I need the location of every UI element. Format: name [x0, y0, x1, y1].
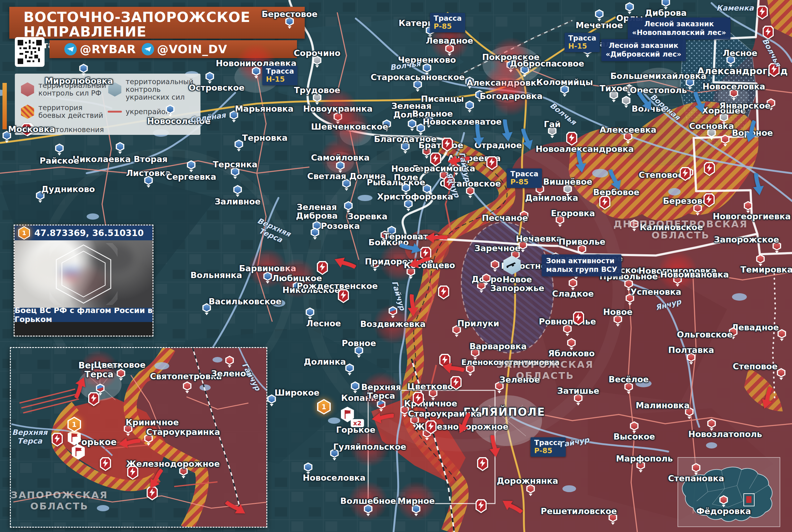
town-marker — [776, 368, 786, 380]
town-label: Николаевка Вторая — [72, 155, 167, 164]
town-label: Писанцы — [421, 95, 464, 103]
town-marker — [251, 66, 261, 79]
clash-icon — [679, 167, 692, 181]
telegram-channel-voindv[interactable]: @VOIN_DV — [142, 43, 227, 56]
town-label: Гай — [544, 120, 561, 129]
town-marker — [351, 381, 360, 394]
town-label: Зоревка — [347, 212, 387, 221]
clash-icon — [566, 131, 578, 146]
qr-code — [15, 37, 44, 67]
town-marker — [233, 185, 242, 197]
clash-icon — [756, 5, 769, 19]
town-label: Сорочино — [294, 49, 341, 58]
photo-coordinates: 47.873369, 36.510310 — [34, 228, 144, 238]
town-marker — [412, 504, 421, 516]
town-marker — [720, 135, 730, 147]
town-marker — [205, 72, 214, 84]
clash-icon — [412, 392, 425, 406]
town-marker — [465, 100, 474, 113]
clash-icon — [703, 193, 715, 207]
town-label: Московка — [8, 125, 55, 134]
town-label: Верхняя Терса — [361, 383, 401, 400]
road-badge-н-15: ТрассаН-15 — [262, 66, 298, 86]
town-label: Дорожнянка — [497, 477, 559, 485]
x2-badge: x2 — [351, 419, 364, 427]
town-label: Ровнополье — [539, 317, 596, 326]
numbered-hex-badge: 1 — [317, 399, 331, 415]
clash-icon — [572, 311, 585, 325]
town-marker — [79, 64, 88, 76]
town-label: Январское — [719, 101, 770, 110]
town-label: Песчаное — [482, 214, 528, 222]
town-label: Мечетное — [576, 21, 623, 30]
clash-icon — [429, 152, 442, 166]
town-label: Дудниково — [41, 185, 95, 194]
town-marker — [595, 9, 604, 22]
town-label: Доброспасовое — [510, 59, 584, 68]
town-marker — [166, 104, 175, 117]
town-label: Егоровка — [551, 209, 595, 218]
clash-icon — [337, 289, 350, 303]
town-label: Марфополь — [616, 454, 673, 463]
town-marker — [377, 400, 386, 412]
town-label: Христофоровка — [377, 192, 453, 201]
town-label: Весёлое — [608, 375, 649, 384]
advance-arrow-red — [370, 410, 394, 426]
advance-arrow-red — [117, 435, 141, 451]
clash-icon — [316, 261, 328, 275]
town-label: Миролюбовка — [45, 77, 113, 86]
uaf-activity-callout: Зона активности малых групп ВСУ — [542, 254, 622, 276]
town-label: Воздвижевка — [360, 320, 426, 328]
town-label: Новоселовка — [303, 474, 365, 482]
town-label: Гуляйпольское — [333, 443, 406, 451]
photo-caption: Боец ВС РФ с флагом России в Горьком — [15, 308, 152, 322]
town-marker — [263, 271, 272, 284]
town-label: Варваровка — [470, 342, 527, 351]
telegram-channel-rybar[interactable]: @RYBAR — [64, 43, 136, 56]
town-marker — [622, 96, 631, 108]
town-label: Новое — [603, 308, 633, 317]
clash-icon — [437, 285, 450, 299]
clash-icon — [127, 466, 139, 480]
forest-reserve-callout: Лесной заказник «Дибровский лес» — [601, 39, 686, 61]
road-badge-р-85: ТрассаР-85 — [507, 169, 542, 188]
town-label: Листовка — [126, 169, 171, 177]
clash-icon — [99, 457, 112, 471]
legend-label: территориальный контроль украинских сил — [126, 78, 195, 101]
town-label: Высокое — [614, 432, 655, 441]
town-label: Заречное — [474, 244, 521, 253]
legend-combat-zone-icon — [20, 104, 35, 119]
photo-inset-header: 1 47.873369, 36.510310 — [15, 226, 152, 240]
legend-accent-bar — [2, 83, 7, 129]
town-label: Криничное — [126, 418, 179, 427]
town-label: Степановка — [668, 474, 724, 483]
advance-arrow-blue — [751, 173, 767, 197]
town-label: Приволье — [559, 238, 605, 246]
town-label: Левадное — [731, 323, 779, 332]
town-label: Лесное — [306, 319, 341, 328]
town-label: Братское — [419, 141, 464, 150]
town-label: Затишье — [557, 387, 599, 395]
town-label: Железнодорожное — [126, 460, 220, 468]
legend-label: укрепрайон — [126, 108, 170, 116]
town-marker — [305, 307, 315, 320]
town-label: Волшебное — [340, 497, 396, 506]
town-label: Решетиловское — [541, 507, 617, 516]
town-label: Самойловка — [311, 153, 370, 162]
town-label: Терсянка — [213, 160, 258, 169]
town-marker — [482, 273, 491, 286]
town-label: Успеновка — [630, 288, 682, 296]
town-label: Васильковское — [208, 297, 282, 306]
town-label: Алексеевка — [600, 126, 657, 134]
town-label: Райское — [40, 156, 79, 165]
town-label: Мирное — [398, 497, 435, 506]
telegram-icon — [64, 43, 77, 55]
clash-icon — [486, 156, 498, 170]
clash-icon — [599, 195, 611, 210]
town-label: Берестовое — [262, 10, 318, 19]
clash-icon — [51, 432, 63, 446]
town-marker — [116, 369, 126, 381]
town-label: Большемихайловка — [610, 72, 706, 80]
river-label: Каменка — [717, 4, 754, 12]
situation-map: 1 47.873369, 36.510310 Боец ВС РФ с флаг… — [0, 0, 792, 532]
